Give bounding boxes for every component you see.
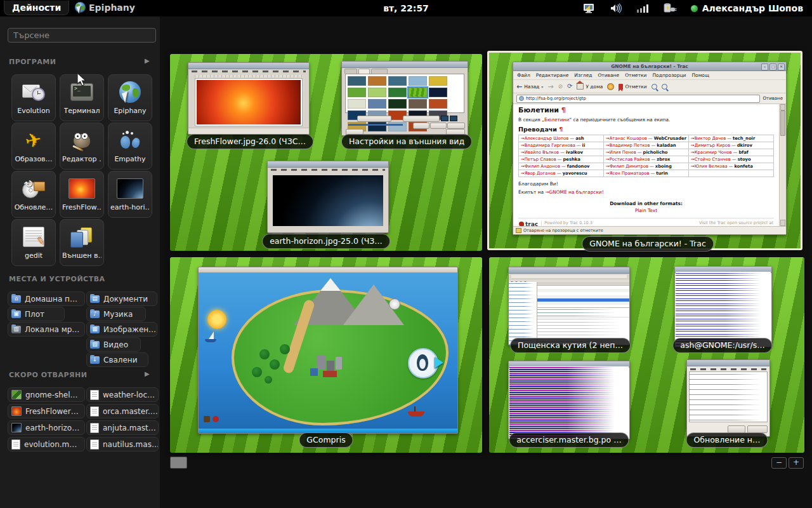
recent-item-freshflower[interactable]: FreshFlower…	[8, 404, 85, 418]
add-button[interactable]	[447, 123, 465, 129]
translator-link[interactable]: →Димитър Киров	[691, 143, 730, 148]
close-button[interactable]: ✕	[778, 64, 785, 70]
translator-link[interactable]: →Филип Димитров	[606, 164, 648, 169]
app-tile-epiphany[interactable]: Epiphany	[108, 74, 152, 121]
scroll-down-arrow[interactable]	[780, 220, 785, 226]
level-arrow-icon[interactable]	[435, 357, 443, 368]
recent-item-orca-po[interactable]: orca.master.…	[86, 404, 159, 418]
menu-file[interactable]: Файл	[517, 72, 530, 78]
window-gimp-earth-horizon[interactable]	[267, 161, 389, 233]
back-button[interactable]: ← Назад ▾	[516, 83, 543, 90]
app-tile-freshflower[interactable]: FreshFlow…	[60, 171, 104, 218]
minimize-button[interactable]: –	[761, 64, 768, 70]
translator-link[interactable]: →Владимира Гиргинова	[521, 143, 575, 148]
activity-bubble[interactable]	[408, 348, 438, 378]
menu-go[interactable]: Отиване	[598, 72, 619, 78]
window-appearance-preferences[interactable]	[341, 61, 468, 136]
battery-plug-icon[interactable]	[663, 3, 677, 14]
window-evolution-mail[interactable]	[508, 267, 630, 345]
maximize-button[interactable]: □	[769, 64, 776, 70]
translator-link[interactable]: →Атанас Кошаров	[606, 136, 647, 141]
activities-button[interactable]: Дейности	[4, 1, 69, 15]
display-settings-icon[interactable]	[583, 3, 596, 13]
place-item-home[interactable]: ⌂ Домашна п…	[8, 291, 85, 306]
recent-item-earth-horizon[interactable]: earth-horizo…	[8, 420, 85, 435]
search-input[interactable]	[8, 28, 156, 43]
app-tile-updates[interactable]: ↻ Обновле…	[11, 171, 56, 218]
plain-text-link[interactable]: Plain Text	[518, 208, 774, 213]
gcompris-menu-icon[interactable]	[204, 416, 210, 422]
tab-theme[interactable]	[344, 69, 357, 74]
back-dropdown-icon[interactable]: ▾	[541, 84, 543, 89]
window-titlebar[interactable]: GNOME на български! - Trac – □ ✕	[513, 62, 786, 71]
app-tile-gcompris[interactable]: ✈ Образов…	[11, 123, 56, 170]
bulletins-link[interactable]: Бюлетини	[544, 117, 569, 123]
recent-item-nautilus-po[interactable]: nautilus.mas…	[86, 437, 159, 451]
recent-expand-icon[interactable]: ▶	[145, 370, 150, 377]
menu-view[interactable]: Изглед	[574, 72, 592, 78]
window-epiphany-trac[interactable]: GNOME на български! - Trac – □ ✕ Файл Ре…	[513, 62, 787, 235]
translator-link[interactable]: →Стойчо Станчев	[691, 157, 731, 162]
recent-item-weather-locations[interactable]: weather-loc…	[86, 387, 159, 402]
programs-expand-icon[interactable]: ▶	[145, 57, 150, 64]
translator-link[interactable]: →Владимир Петков	[606, 143, 650, 148]
anchor-mark[interactable]: ¶	[559, 126, 563, 133]
app-tile-appearance[interactable]: Външен в…	[60, 219, 104, 266]
window-update-manager[interactable]	[686, 359, 770, 437]
color-swatch-2[interactable]	[450, 116, 457, 121]
get-more-backgrounds-link[interactable]	[348, 124, 403, 126]
recent-item-gnome-shell[interactable]: gnome-shel…	[8, 387, 85, 402]
add-workspace-button[interactable]: +	[789, 457, 804, 469]
button-1[interactable]	[413, 123, 429, 129]
scroll-up-arrow[interactable]	[780, 104, 785, 110]
home-button[interactable]: У дома	[577, 83, 603, 90]
translator-link[interactable]: →Ростислав Райков	[606, 157, 650, 162]
gcompris-help-icon[interactable]	[213, 416, 219, 422]
menu-tabs[interactable]: Подпрозорци	[652, 72, 686, 78]
window-gcompris[interactable]	[198, 267, 458, 434]
button-2[interactable]	[430, 123, 447, 129]
translator-link[interactable]: →Александър Шопов	[521, 136, 568, 141]
workspace-indicator[interactable]	[170, 457, 187, 469]
forward-button[interactable]: →	[547, 83, 553, 90]
translator-link[interactable]: →Красимир Чонов	[691, 150, 732, 155]
app-tile-gedit[interactable]: gedit	[11, 219, 56, 266]
translator-link[interactable]: →Петър Славов	[521, 157, 556, 162]
window-gimp-freshflower[interactable]	[188, 62, 310, 135]
url-input[interactable]: http://fsa-bg.org/project/gtp	[516, 95, 760, 103]
volume-icon[interactable]	[610, 3, 622, 13]
zoom-in-button[interactable]	[652, 84, 657, 90]
translator-link[interactable]: →Илия Пенев	[606, 150, 636, 155]
app-tile-empathy[interactable]: Empathy	[108, 123, 152, 170]
selected-wallpaper[interactable]	[409, 88, 427, 97]
network-signal-icon[interactable]	[636, 3, 649, 13]
recent-item-anjuta-po[interactable]: anjuta.mast…	[86, 420, 159, 435]
scrollbar[interactable]	[779, 104, 786, 226]
reload-button[interactable]: ⟳	[567, 83, 572, 90]
scroll-thumb[interactable]	[780, 110, 785, 136]
selected-message-row[interactable]	[537, 298, 629, 302]
clock[interactable]: вт, 22:57	[383, 3, 429, 13]
stop-button[interactable]: ⊘	[558, 84, 563, 90]
remove-workspace-button[interactable]: −	[771, 457, 787, 469]
translator-link[interactable]: →Юлия Велкова	[691, 164, 728, 169]
place-item-downloads[interactable]: ↓ Свалени	[86, 352, 148, 367]
app-tile-earth-horizon[interactable]: earth-hori…	[108, 171, 152, 218]
recent-item-evolution-po[interactable]: evolution.m…	[8, 437, 85, 451]
go-button[interactable]: Отиване	[763, 96, 783, 101]
tab-fonts[interactable]	[371, 69, 388, 74]
menu-help[interactable]: Помощ	[691, 72, 709, 78]
translator-link[interactable]: →Филип Андонов	[521, 164, 560, 169]
user-menu[interactable]: Александър Шопов	[691, 3, 803, 13]
app-menu[interactable]: Epiphany	[75, 2, 135, 13]
window-terminal[interactable]	[674, 266, 772, 347]
place-item-music[interactable]: ♪ Музика	[86, 307, 146, 321]
place-item-pictures[interactable]: ▦ Изображен…	[86, 322, 157, 337]
translator-link[interactable]: →Виктор Дачев	[691, 136, 726, 141]
place-item-documents[interactable]: ▤ Документи	[86, 291, 157, 306]
wallpaper-grid[interactable]	[345, 74, 464, 113]
window-vim-po-file[interactable]	[508, 361, 630, 439]
team-link[interactable]: →GNOME на български!	[545, 189, 603, 195]
translator-link[interactable]: →Явор Доганов	[521, 171, 556, 176]
anchor-mark[interactable]: ¶	[561, 106, 566, 114]
